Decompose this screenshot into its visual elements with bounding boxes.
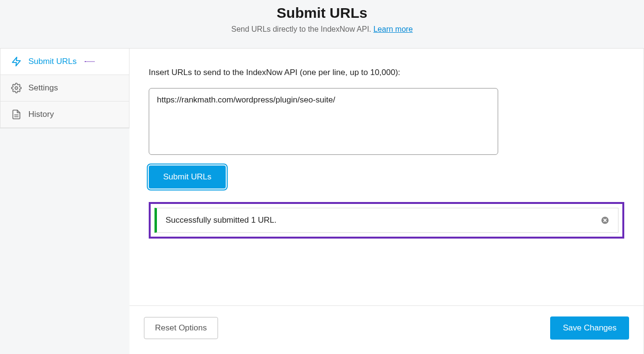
- svg-marker-2: [84, 61, 86, 63]
- panel-footer: Reset Options Save Changes: [129, 306, 644, 354]
- sidebar-item-settings[interactable]: Settings: [0, 75, 129, 101]
- sidebar-item-label: History: [28, 110, 54, 119]
- close-icon: [601, 216, 609, 225]
- bolt-icon: [11, 56, 22, 67]
- sidebar-item-label: Submit URLs: [28, 57, 77, 66]
- notice-text: Successfully submitted 1 URL.: [166, 215, 277, 225]
- page-subtitle: Send URLs directly to the IndexNow API. …: [10, 25, 634, 34]
- url-field-label: Insert URLs to send to the IndexNow API …: [149, 68, 624, 77]
- page-header: Submit URLs Send URLs directly to the In…: [0, 0, 644, 49]
- sidebar-nav: Submit URLs Settings: [0, 49, 129, 128]
- annotation-arrow-icon: [84, 56, 95, 67]
- url-textarea[interactable]: [149, 88, 498, 155]
- svg-marker-0: [13, 57, 21, 66]
- main-panel: Insert URLs to send to the IndexNow API …: [129, 49, 644, 354]
- svg-point-3: [15, 87, 18, 89]
- learn-more-link[interactable]: Learn more: [374, 25, 413, 33]
- file-icon: [11, 109, 22, 120]
- submit-urls-button[interactable]: Submit URLs: [149, 165, 226, 189]
- subtitle-text: Send URLs directly to the IndexNow API.: [231, 25, 373, 33]
- sidebar-item-submit-urls[interactable]: Submit URLs: [0, 49, 129, 75]
- success-notice: Successfully submitted 1 URL.: [155, 208, 618, 233]
- page-title: Submit URLs: [10, 5, 634, 21]
- sidebar-item-history[interactable]: History: [0, 101, 129, 128]
- save-changes-button[interactable]: Save Changes: [550, 316, 629, 340]
- dismiss-notice-button[interactable]: [600, 215, 610, 226]
- gear-icon: [11, 83, 22, 93]
- reset-options-button[interactable]: Reset Options: [144, 317, 218, 339]
- annotation-highlight: Successfully submitted 1 URL.: [149, 202, 624, 239]
- sidebar-item-label: Settings: [28, 83, 58, 93]
